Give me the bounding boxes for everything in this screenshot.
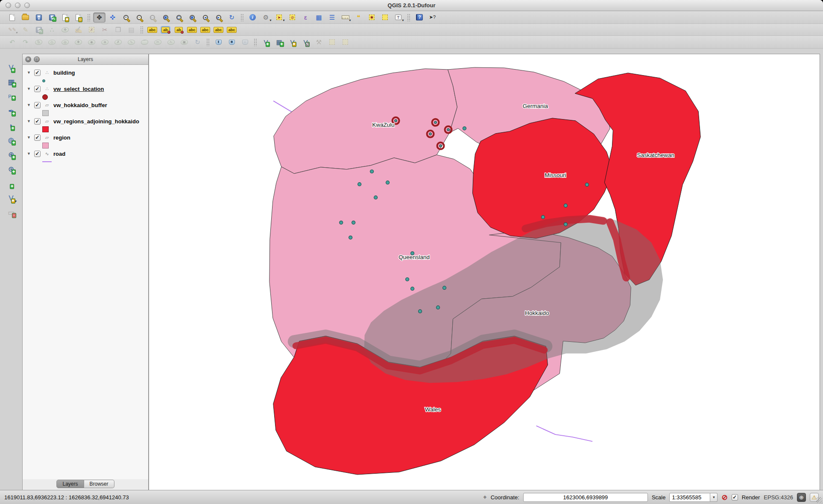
- building-point: [349, 236, 352, 239]
- scale-input[interactable]: [669, 493, 710, 502]
- zoom-out-icon[interactable]: −: [133, 12, 145, 23]
- map-canvas[interactable]: KwaZuluGermaniaSaskatchewanMissouriQueen…: [149, 54, 820, 490]
- new-bookmark-icon[interactable]: ✱: [366, 12, 378, 23]
- new-project-icon[interactable]: [6, 12, 18, 23]
- layer-name[interactable]: region: [53, 134, 70, 141]
- crs-readout: EPSG:4326: [764, 494, 793, 501]
- zoom-to-layer-icon[interactable]: ▣: [186, 12, 198, 23]
- expand-arrow-icon[interactable]: ▼: [27, 135, 31, 140]
- open-attribute-table-icon[interactable]: ▦: [313, 12, 325, 23]
- layer-name[interactable]: vw_select_location: [53, 86, 104, 92]
- remove-layer-icon[interactable]: ▭−: [5, 207, 18, 218]
- zoom-full-icon[interactable]: ▣: [159, 12, 172, 23]
- map-label-missouri: Missouri: [545, 172, 566, 178]
- expand-arrow-icon[interactable]: ▼: [27, 119, 31, 123]
- expand-arrow-icon[interactable]: ▼: [27, 103, 31, 107]
- add-raster-layer-icon[interactable]: ▦✚: [5, 77, 18, 87]
- tab-browser[interactable]: Browser: [84, 480, 114, 488]
- plugin-add-vector-icon[interactable]: V✚: [260, 37, 272, 47]
- maximize-button[interactable]: [24, 3, 30, 8]
- expand-arrow-icon[interactable]: ▼: [27, 87, 31, 91]
- change-label-icon[interactable]: abc: [226, 25, 238, 35]
- layer-row-vw_hokkaido_buffer[interactable]: ▼✓▱vw_hokkaido_buffer: [23, 101, 148, 109]
- new-shapefile-layer-icon[interactable]: V✱▼: [5, 193, 18, 204]
- layer-checkbox[interactable]: ✓: [34, 151, 41, 157]
- crs-status-icon[interactable]: ⊕: [797, 493, 806, 502]
- pin-labels-icon[interactable]: ab: [159, 25, 172, 35]
- add-mssql-layer-icon[interactable]: ◗✚: [5, 120, 18, 131]
- style-tool-2-icon[interactable]: ✱: [226, 37, 238, 47]
- expand-arrow-icon[interactable]: ▼: [27, 70, 31, 75]
- close-button[interactable]: [6, 3, 11, 8]
- map-tips-icon[interactable]: ❝: [352, 12, 365, 23]
- layer-row-vw_select_location[interactable]: ▼✓∴vw_select_location: [23, 84, 148, 93]
- map-refresh-icon[interactable]: ↻: [226, 12, 238, 23]
- plugin-edit-vector-icon[interactable]: V✎: [299, 37, 312, 47]
- stop-render-icon[interactable]: ⊘: [721, 493, 727, 502]
- identify-features-icon[interactable]: i: [246, 12, 259, 23]
- measure-icon[interactable]: ▼: [339, 12, 351, 23]
- deselect-features-icon[interactable]: ⊘: [286, 12, 299, 23]
- whats-this-icon[interactable]: ➤?: [426, 12, 439, 23]
- zoom-next-icon[interactable]: ▶: [212, 12, 225, 23]
- add-postgis-layer-icon[interactable]: Pg✚: [5, 91, 18, 102]
- add-oracle-layer-icon[interactable]: ◍✚: [5, 135, 18, 146]
- layer-checkbox[interactable]: ✓: [34, 70, 41, 76]
- expand-arrow-icon[interactable]: ▼: [27, 151, 31, 156]
- tab-layers[interactable]: Layers: [56, 480, 84, 488]
- open-project-icon[interactable]: [19, 12, 32, 23]
- save-project-icon[interactable]: [32, 12, 45, 23]
- add-wms-layer-icon[interactable]: ⊕✚: [5, 149, 18, 160]
- plugin-add-raster-icon[interactable]: ▦✚: [273, 37, 285, 47]
- toolbar-digitizing-labeling: ✎✎▼✎✎∴✥✍✗✂❐▤abcabababcabcabcabc: [0, 24, 823, 36]
- layer-checkbox[interactable]: ✓: [34, 102, 41, 108]
- resize-grip[interactable]: [816, 497, 822, 503]
- composer-manager-icon[interactable]: ⊙: [72, 12, 85, 23]
- layer-name[interactable]: vw_regions_adjoining_hokkaido: [53, 118, 139, 125]
- zoom-in-icon[interactable]: +: [120, 12, 132, 23]
- minimize-button[interactable]: [15, 3, 21, 8]
- panel-close-icon[interactable]: ✕: [25, 56, 31, 62]
- save-project-as-icon[interactable]: ✎: [46, 12, 58, 23]
- zoom-to-selection-icon[interactable]: ▢: [173, 12, 185, 23]
- plugin-new-vector-icon[interactable]: V✱: [286, 37, 299, 47]
- scale-dropdown-icon[interactable]: ▼: [710, 493, 718, 502]
- run-feature-action-icon[interactable]: ⚙▼: [260, 12, 272, 23]
- text-annotation-icon[interactable]: T▼: [392, 12, 404, 23]
- layer-name[interactable]: road: [53, 151, 65, 157]
- layer-labeling-options-icon[interactable]: abc: [146, 25, 158, 35]
- layer-checkbox[interactable]: ✓: [34, 134, 41, 141]
- help-contents-icon[interactable]: ?: [413, 12, 425, 23]
- layer-row-road[interactable]: ▼✓∿road: [23, 149, 148, 158]
- layer-checkbox[interactable]: ✓: [34, 118, 41, 125]
- coordinate-input[interactable]: [523, 493, 648, 502]
- show-bookmarks-icon[interactable]: [379, 12, 391, 23]
- zoom-last-icon[interactable]: ◀: [199, 12, 211, 23]
- rotate-label-icon[interactable]: abc: [212, 25, 225, 35]
- pan-to-selection-icon[interactable]: ✜: [106, 12, 119, 23]
- select-by-expression-icon[interactable]: ε: [299, 12, 312, 23]
- statistical-summary-icon[interactable]: ☰: [326, 12, 338, 23]
- add-delimited-text-layer-icon[interactable]: ❟✚: [5, 178, 18, 189]
- panel-float-icon[interactable]: ❐: [34, 56, 40, 62]
- pan-map-icon[interactable]: ✥: [93, 12, 105, 23]
- new-print-composer-icon[interactable]: ✱: [59, 12, 71, 23]
- map-label-germania: Germania: [523, 103, 548, 109]
- extents-toggle-icon[interactable]: ⌖: [483, 493, 486, 501]
- highlight-pinned-labels-icon[interactable]: ab: [173, 25, 185, 35]
- scale-combo[interactable]: ▼: [669, 493, 718, 502]
- layer-row-region[interactable]: ▼✓▱region: [23, 133, 148, 142]
- layer-row-building[interactable]: ▼✓∴building: [23, 68, 148, 77]
- select-features-icon[interactable]: ➤▼: [273, 12, 285, 23]
- layer-name[interactable]: vw_hokkaido_buffer: [53, 102, 107, 108]
- style-tool-1-icon[interactable]: ⬆: [212, 37, 225, 47]
- layer-checkbox[interactable]: ✓: [34, 86, 41, 92]
- show-hide-labels-icon[interactable]: abc: [186, 25, 198, 35]
- add-spatialite-layer-icon[interactable]: ✒✚: [5, 106, 18, 117]
- add-wcs-layer-icon[interactable]: ⊛✚: [5, 164, 18, 175]
- layer-name[interactable]: building: [53, 70, 75, 76]
- render-checkbox[interactable]: ✓: [732, 494, 738, 501]
- add-vector-layer-icon[interactable]: V✚: [5, 62, 18, 73]
- layer-row-vw_regions_adjoining_hokkaido[interactable]: ▼✓▱vw_regions_adjoining_hokkaido: [23, 117, 148, 125]
- move-label-icon[interactable]: abc: [199, 25, 211, 35]
